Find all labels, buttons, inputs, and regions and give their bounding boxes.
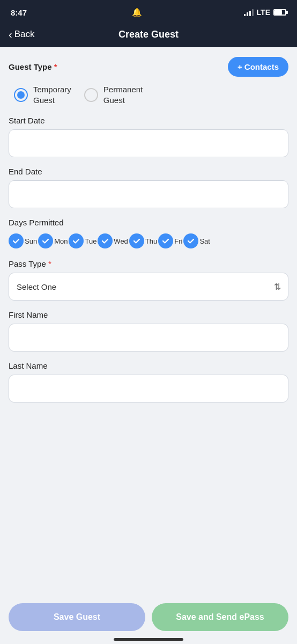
page-title: Create Guest (118, 29, 179, 40)
day-mon-label: Mon (54, 237, 68, 245)
guest-type-radio-group: TemporaryGuest PermanentGuest (9, 84, 288, 105)
radio-temporary-label: TemporaryGuest (33, 84, 71, 105)
pass-type-required: * (48, 259, 51, 268)
day-tue-label: Tue (85, 237, 96, 245)
radio-permanent-circle[interactable] (84, 88, 98, 102)
day-fri-check[interactable] (158, 233, 173, 248)
day-thu-label: Thu (145, 237, 157, 245)
day-mon[interactable]: Mon (38, 233, 68, 248)
nav-bar: ‹ Back Create Guest (0, 24, 297, 47)
back-label: Back (14, 29, 35, 40)
home-indicator (114, 638, 183, 641)
checkmark-icon (72, 237, 80, 245)
back-button[interactable]: ‹ Back (9, 29, 34, 40)
main-content: Guest Type * + Contacts TemporaryGuest P… (0, 47, 297, 644)
day-sun[interactable]: Sun (9, 233, 37, 248)
back-chevron-icon: ‹ (9, 29, 12, 40)
contacts-button[interactable]: + Contacts (228, 57, 288, 77)
radio-temporary-guest[interactable]: TemporaryGuest (14, 84, 71, 105)
end-date-field: End Date (9, 167, 288, 208)
checkmark-icon (133, 237, 140, 245)
day-tue-check[interactable] (69, 233, 84, 248)
battery-icon (273, 9, 286, 16)
day-tue[interactable]: Tue (69, 233, 96, 248)
radio-temporary-circle[interactable] (14, 88, 28, 102)
day-sat[interactable]: Sat (183, 233, 210, 248)
first-name-field: First Name (9, 310, 288, 352)
day-sat-check[interactable] (183, 233, 198, 248)
days-permitted-section: Days Permitted Sun Mon (9, 218, 288, 248)
radio-permanent-label: PermanentGuest (103, 84, 143, 105)
guest-type-header: Guest Type * + Contacts (9, 57, 288, 77)
days-permitted-label: Days Permitted (9, 218, 288, 227)
pass-type-label: Pass Type * (9, 259, 288, 268)
pass-type-select-wrapper: Select One Day Pass Week Pass Month Pass… (9, 273, 288, 301)
last-name-input[interactable] (9, 375, 288, 402)
day-mon-check[interactable] (38, 233, 53, 248)
day-wed-check[interactable] (98, 233, 113, 248)
checkmark-icon (12, 237, 20, 245)
checkmark-icon (101, 237, 109, 245)
signal-icon (244, 9, 254, 16)
last-name-field: Last Name (9, 361, 288, 402)
guest-type-label: Guest Type * (9, 62, 57, 71)
pass-type-field: Pass Type * Select One Day Pass Week Pas… (9, 259, 288, 301)
save-guest-button[interactable]: Save Guest (9, 603, 145, 631)
day-sun-label: Sun (25, 237, 37, 245)
start-date-label: Start Date (9, 116, 288, 125)
day-thu[interactable]: Thu (129, 233, 157, 248)
checkmark-icon (187, 237, 195, 245)
checkmark-icon (42, 237, 49, 245)
status-right: LTE (244, 8, 286, 17)
start-date-input[interactable] (9, 129, 288, 157)
day-sat-label: Sat (199, 237, 210, 245)
day-thu-check[interactable] (129, 233, 144, 248)
first-name-input[interactable] (9, 324, 288, 352)
lte-label: LTE (257, 8, 270, 17)
bottom-action-bar: Save Guest Save and Send ePass (0, 597, 297, 644)
last-name-label: Last Name (9, 361, 288, 370)
pass-type-select[interactable]: Select One Day Pass Week Pass Month Pass (9, 273, 288, 301)
day-wed[interactable]: Wed (98, 233, 128, 248)
checkmark-icon (162, 237, 169, 245)
status-time: 8:47 (11, 8, 27, 17)
day-fri[interactable]: Fri (158, 233, 182, 248)
start-date-field: Start Date (9, 116, 288, 157)
first-name-label: First Name (9, 310, 288, 319)
day-fri-label: Fri (174, 237, 182, 245)
required-indicator: * (54, 62, 57, 71)
day-sun-check[interactable] (9, 233, 24, 248)
day-wed-label: Wed (114, 237, 128, 245)
status-bar: 8:47 🔔 LTE (0, 0, 297, 24)
end-date-input[interactable] (9, 180, 288, 208)
end-date-label: End Date (9, 167, 288, 176)
radio-permanent-guest[interactable]: PermanentGuest (84, 84, 143, 105)
bell-icon: 🔔 (132, 8, 142, 17)
save-send-epass-button[interactable]: Save and Send ePass (152, 603, 288, 631)
days-row: Sun Mon Tue (9, 233, 288, 248)
